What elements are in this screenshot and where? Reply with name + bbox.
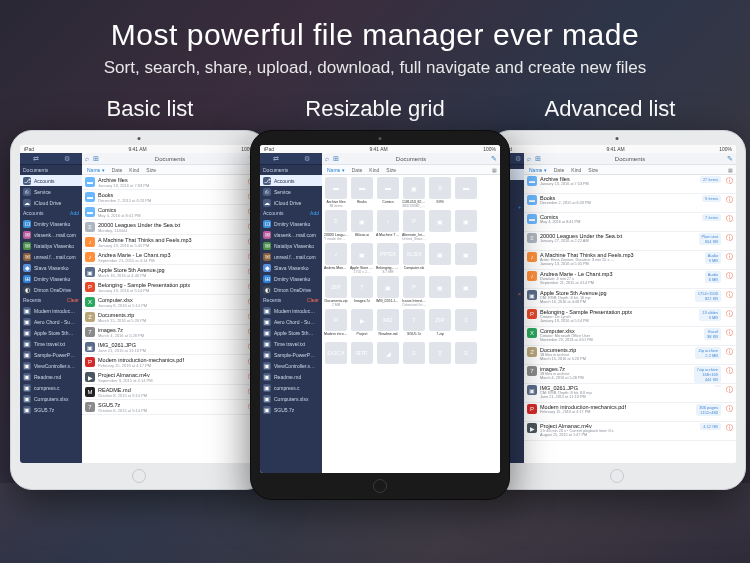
info-icon[interactable]: ⓘ bbox=[726, 309, 733, 319]
info-icon[interactable]: ⓘ bbox=[726, 233, 733, 243]
sort-name[interactable]: Name ▾ bbox=[325, 167, 347, 173]
sidebar-item[interactable]: ⊞Dmitry Vlasenko bbox=[260, 273, 322, 284]
grid-cell[interactable]: ◢ bbox=[376, 342, 400, 373]
grid-cell[interactable]: ≡ bbox=[428, 342, 452, 373]
sidebar-item[interactable]: ▣Modern introduc… bbox=[260, 305, 322, 316]
add-folder-icon[interactable]: ⊞ bbox=[535, 155, 541, 163]
grid-view-icon[interactable]: ▦ bbox=[728, 167, 733, 173]
file-row-advanced[interactable]: ≡ 20000 Leagues Under the Sea.txt Januar… bbox=[524, 232, 736, 251]
sort-date[interactable]: Date bbox=[350, 167, 365, 173]
sidebar-item[interactable]: ▣Sample-PowerP… bbox=[20, 349, 82, 360]
gear-icon[interactable]: ⚙ bbox=[304, 155, 310, 163]
home-button[interactable] bbox=[610, 469, 624, 483]
sidebar-item[interactable]: ▣SGU5.7z bbox=[20, 404, 82, 415]
sidebar-item[interactable]: ▣compress.c bbox=[20, 382, 82, 393]
sidebar-item[interactable]: ▣Aero Chord - Su… bbox=[260, 316, 322, 327]
sidebar-item[interactable]: ⊞Dmitry Vlasenko bbox=[20, 273, 82, 284]
sidebar-item[interactable]: ✉Nataliya Vlasenko bbox=[260, 240, 322, 251]
file-grid[interactable]: ▬Archive files38 items▬Books▬Comics▣1181… bbox=[322, 175, 500, 473]
grid-cell[interactable]: DOCX bbox=[324, 342, 348, 373]
grid-cell[interactable]: 7SGU5.7z bbox=[402, 309, 426, 340]
link-icon[interactable]: ⇄ bbox=[273, 155, 279, 163]
sidebar-item[interactable]: ⎇Accounts bbox=[20, 175, 82, 186]
sort-size[interactable]: Size bbox=[144, 167, 158, 173]
sort-name[interactable]: Name ▾ bbox=[527, 167, 549, 173]
file-row-advanced[interactable]: Z Documents.zip 18 files in archive Marc… bbox=[524, 346, 736, 365]
file-list-basic[interactable]: ▬ Archive files January 13, 2016 at 7:03… bbox=[82, 175, 258, 463]
grid-cell[interactable]: ▣86icon.ai bbox=[350, 210, 374, 241]
add-link[interactable]: Add bbox=[310, 210, 319, 216]
sidebar-item[interactable]: ▣ViewController.s… bbox=[20, 360, 82, 371]
grid-cell[interactable]: ZIP7.zip bbox=[428, 309, 452, 340]
info-icon[interactable]: ⓘ bbox=[726, 290, 733, 300]
clear-link[interactable]: Clear bbox=[67, 297, 79, 303]
grid-cell[interactable]: ≡20000 Leagues Under the Se…"I made the … bbox=[324, 210, 348, 241]
sidebar-item[interactable]: ▣Readme.md bbox=[20, 371, 82, 382]
info-icon[interactable]: ⓘ bbox=[726, 214, 733, 224]
sidebar-item[interactable]: ◆Slava Vlasenko bbox=[260, 262, 322, 273]
file-row-advanced[interactable]: P Modern introduction-mechanics.pdf Febr… bbox=[524, 403, 736, 422]
sidebar-item[interactable]: ▣Readme.md bbox=[260, 371, 322, 382]
file-row[interactable]: ▣ IMG_0261.JPG June 21, 2015 at 11:10 PM… bbox=[82, 340, 258, 355]
sidebar-item[interactable]: ▣Aero Chord - Su… bbox=[20, 316, 82, 327]
grid-cell[interactable]: PPSXBelonging - Sample…8.7 MB bbox=[376, 243, 400, 274]
search-icon[interactable]: ⌕ bbox=[85, 155, 89, 163]
file-row[interactable]: ≡ 20000 Leagues Under the Sea.txt Monday… bbox=[82, 220, 258, 235]
sidebar-item[interactable]: ⎋Service bbox=[260, 186, 322, 197]
sidebar-item[interactable]: ◐Dimon OneDrive bbox=[20, 284, 82, 295]
sidebar-item[interactable]: ▣compress.c bbox=[260, 382, 322, 393]
sort-name[interactable]: Name ▾ bbox=[85, 167, 107, 173]
file-row-advanced[interactable]: ▣ IMG_0261.JPG CM: RGB, Depth: 8 bit, 8.… bbox=[524, 384, 736, 403]
info-icon[interactable]: ⓘ bbox=[726, 385, 733, 395]
sidebar-item[interactable]: ▣ViewController.s… bbox=[260, 360, 322, 371]
file-row-advanced[interactable]: ▬ Books December 2, 2015 at 6:20 PM 9 it… bbox=[524, 194, 736, 213]
sidebar-item[interactable]: ▣Time travel.txt bbox=[260, 338, 322, 349]
grid-cell[interactable]: PIcarus InterstellarColonized Interst… bbox=[402, 276, 426, 307]
sidebar-item[interactable]: ▣Computers.xlsx bbox=[260, 393, 322, 404]
sidebar[interactable]: ⇄⚙Documents⎇Accounts⎋Service☁iCloud Driv… bbox=[260, 153, 322, 473]
info-icon[interactable]: ⓘ bbox=[726, 404, 733, 414]
clear-link[interactable]: × bbox=[518, 291, 521, 297]
sidebar-item[interactable]: ▣SGU5.7z bbox=[260, 404, 322, 415]
sidebar-item[interactable]: ⎋Service bbox=[20, 186, 82, 197]
grid-cell[interactable]: ≡ bbox=[454, 309, 478, 340]
grid-cell[interactable]: ▣ bbox=[428, 276, 452, 307]
file-row[interactable]: ▶ Project Almanac.m4v September 3, 2015 … bbox=[82, 370, 258, 385]
file-row[interactable]: ♪ Andrea Marie - Le Chant.mp3 September … bbox=[82, 250, 258, 265]
compose-icon[interactable]: ✎ bbox=[491, 155, 497, 163]
sort-kind[interactable]: Kind bbox=[367, 167, 381, 173]
file-row-advanced[interactable]: ♪ Andrea Marie - Le Chant.mp3 Duration: … bbox=[524, 270, 736, 289]
sort-date[interactable]: Date bbox=[552, 167, 567, 173]
grid-cell[interactable]: ▣IMG_0261.JPG bbox=[376, 276, 400, 307]
grid-cell[interactable]: 7Images.7z bbox=[350, 276, 374, 307]
sort-size[interactable]: Size bbox=[384, 167, 398, 173]
sidebar-item[interactable]: ☁iCloud Drive bbox=[20, 197, 82, 208]
file-row[interactable]: P Belonging - Sample Presentation.pptx J… bbox=[82, 280, 258, 295]
gear-icon[interactable]: ⚙ bbox=[515, 155, 521, 163]
add-link[interactable]: Add bbox=[70, 210, 79, 216]
grid-cell[interactable]: ▬Archive files38 items bbox=[324, 177, 348, 208]
grid-cell[interactable]: ▣ bbox=[454, 210, 478, 241]
sort-date[interactable]: Date bbox=[110, 167, 125, 173]
sidebar[interactable]: ⇄⚙Documents⎇Accounts⎋Service☁iCloud Driv… bbox=[20, 153, 82, 463]
sort-kind[interactable]: Kind bbox=[569, 167, 583, 173]
grid-cell[interactable]: ▶Project bbox=[350, 309, 374, 340]
home-button[interactable] bbox=[132, 469, 146, 483]
sidebar-item[interactable]: ▣Computers.xlsx bbox=[20, 393, 82, 404]
home-button[interactable] bbox=[373, 479, 387, 493]
compose-icon[interactable]: ✎ bbox=[727, 155, 733, 163]
grid-cell[interactable]: RTF bbox=[350, 342, 374, 373]
grid-cell[interactable]: ▣1181453_8237819839…383239089_n.jpg bbox=[402, 177, 426, 208]
file-list-advanced[interactable]: ▬ Archive files January 13, 2016 at 7:53… bbox=[524, 175, 736, 463]
sort-size[interactable]: Size bbox=[586, 167, 600, 173]
grid-cell[interactable]: ▬ bbox=[454, 177, 478, 208]
sidebar-item[interactable]: ⊡Dmitry Vlasenko bbox=[20, 218, 82, 229]
sidebar-item[interactable]: ✉vlasenk…mail.com bbox=[260, 229, 322, 240]
info-icon[interactable]: ⓘ bbox=[726, 328, 733, 338]
info-icon[interactable]: ⓘ bbox=[726, 176, 733, 186]
info-icon[interactable]: ⓘ bbox=[726, 347, 733, 357]
grid-cell[interactable]: ≡ bbox=[402, 342, 426, 373]
grid-cell[interactable]: ≡ bbox=[454, 342, 478, 373]
file-row[interactable]: ♪ A Machine That Thinks and Feels.mp3 Ja… bbox=[82, 235, 258, 250]
info-icon[interactable]: ⓘ bbox=[726, 423, 733, 433]
